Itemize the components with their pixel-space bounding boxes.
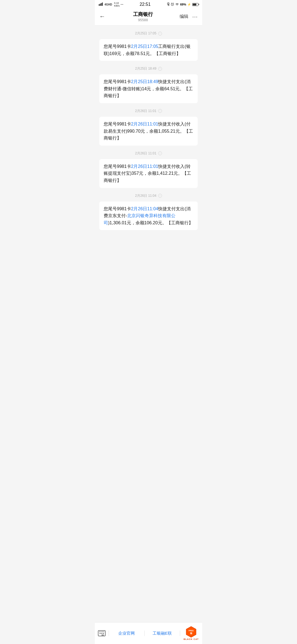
speed-text: 0.10KB/s [114, 2, 120, 7]
msg5-prefix: 您尾号9981卡 [104, 206, 131, 211]
msg5-link[interactable]: 2月26日11:04 [131, 206, 158, 211]
msg3-link[interactable]: 2月26日11:01 [131, 122, 158, 126]
msg2-link[interactable]: 2月25日18:49 [131, 79, 158, 84]
timestamp-text-3: 2月26日 11:01 [135, 109, 156, 113]
status-time: 22:51 [140, 2, 151, 7]
chat-area: 2月25日 17:05 您尾号9981卡2月25日17:05工商银行支出(银联)… [95, 26, 202, 256]
msg3-prefix: 您尾号9981卡 [104, 122, 131, 126]
edit-button[interactable]: 编辑 [180, 14, 188, 20]
back-button[interactable]: ← [99, 13, 110, 20]
svg-rect-0 [99, 4, 100, 6]
bluetooth-icon [167, 2, 170, 7]
msg5-text2: )1,306.01元，余额106.20元。【工商银行】 [108, 220, 193, 225]
timestamp-text-2: 2月25日 18:49 [135, 66, 156, 71]
timestamp-icon-4 [158, 151, 162, 155]
timestamp-icon-5 [158, 194, 162, 198]
status-network: 4GHD 0.10KB/s ··· [99, 2, 123, 7]
timestamp-text-1: 2月25日 17:05 [135, 31, 156, 36]
contact-name: 工商银行 [110, 11, 176, 18]
alarm-icon [171, 2, 174, 6]
timestamp-1: 2月25日 17:05 [95, 29, 202, 38]
charging-icon: ⚡ [187, 3, 191, 6]
svg-line-6 [172, 4, 173, 5]
network-text: 4GHD [105, 3, 112, 6]
msg4-prefix: 您尾号9981卡 [104, 164, 131, 169]
wifi-icon [175, 3, 179, 6]
battery-icon [192, 3, 198, 6]
message-bubble-2: 您尾号9981卡2月25日18:49快捷支付支出(消费财付通-微信转账)14元，… [99, 74, 198, 103]
contact-number: 95588 [110, 18, 176, 22]
svg-rect-1 [100, 4, 101, 6]
header-actions: 编辑 ··· [176, 13, 198, 20]
dots-indicator: ··· [120, 2, 123, 6]
svg-rect-2 [101, 3, 102, 6]
timestamp-2: 2月25日 18:49 [95, 64, 202, 73]
msg1-prefix: 您尾号9981卡 [104, 44, 131, 49]
chat-header: ← 工商银行 95588 编辑 ··· [95, 8, 202, 26]
msg1-link[interactable]: 2月25日17:05 [131, 44, 158, 49]
msg2-prefix: 您尾号9981卡 [104, 79, 131, 84]
message-bubble-3: 您尾号9981卡2月26日11:01快捷支付收入(付款易生支付)990.70元，… [99, 117, 198, 146]
timestamp-text-5: 2月26日 11:04 [135, 193, 156, 198]
msg4-link[interactable]: 2月26日11:01 [131, 164, 158, 169]
timestamp-icon-3 [158, 109, 162, 113]
more-button[interactable]: ··· [192, 13, 198, 20]
timestamp-4: 2月26日 11:01 [95, 149, 202, 158]
battery-percentage: 69% [180, 3, 186, 6]
contact-info: 工商银行 95588 [110, 11, 176, 22]
timestamp-5: 2月26日 11:04 [95, 191, 202, 200]
status-bar: 4GHD 0.10KB/s ··· 22:51 69% ⚡ [95, 0, 202, 8]
svg-line-7 [171, 3, 172, 4]
timestamp-3: 2月26日 11:01 [95, 107, 202, 116]
message-bubble-5: 您尾号9981卡2月26日11:04快捷支付支出(消费京东支付-北京闪银奇异科技… [99, 201, 198, 230]
status-icons: 69% ⚡ [167, 2, 198, 7]
timestamp-text-4: 2月26日 11:01 [135, 151, 156, 156]
svg-rect-3 [102, 2, 103, 6]
svg-line-8 [173, 3, 174, 4]
message-bubble-1: 您尾号9981卡2月25日17:05工商银行支出(银联)169元，余额78.51… [99, 39, 198, 61]
timestamp-icon-1 [158, 32, 162, 36]
timestamp-icon-2 [158, 67, 162, 71]
message-bubble-4: 您尾号9981卡2月26日11:01快捷支付收入(转账提现支付宝)357元，余额… [99, 159, 198, 188]
network-indicator [99, 2, 104, 6]
